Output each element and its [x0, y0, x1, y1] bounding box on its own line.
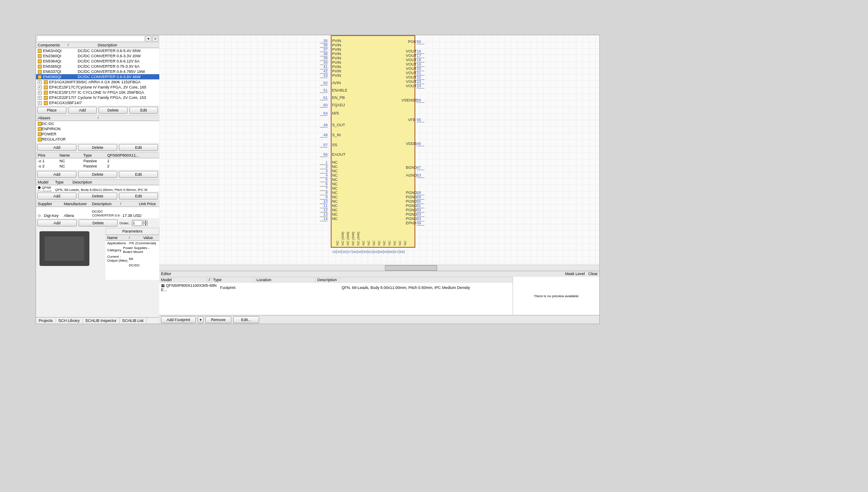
alias-add-button[interactable]: Add	[37, 144, 76, 151]
qty-down[interactable]: ▾	[143, 223, 148, 226]
model-delete-button[interactable]: Delete	[78, 193, 117, 200]
dropdown-toggle[interactable]: ▾	[145, 36, 151, 42]
model-add-button[interactable]: Add	[37, 193, 76, 200]
preview-pane: There is no preview available	[513, 277, 599, 315]
pin-number: 57	[320, 143, 328, 148]
pin-name: VOUT	[406, 62, 417, 66]
component-row[interactable]: +EP4CE15F17I7IC CYCLONE IV FPGA 15K 256F…	[36, 90, 159, 95]
mask-level-button[interactable]: Mask Level	[565, 272, 585, 276]
pin-number: 26	[342, 250, 347, 254]
edit-button[interactable]: Edit...	[233, 316, 259, 323]
h-scrollbar[interactable]	[159, 265, 599, 271]
tab-schlib-inspector[interactable]: SCHLIB Inspector	[83, 318, 120, 324]
model-list[interactable]: ⬣ QFN5 FootprintQFN, 68-Leads, Body 8.00…	[36, 185, 159, 191]
pin-number: 56	[320, 152, 328, 157]
app-window: ▾ ≡ Components / Description EN63A0QIDC/…	[36, 35, 600, 324]
aliases-list[interactable]: DC-DC ENPIRION POWER REGULATOR	[36, 121, 159, 143]
pin-name: AVIN	[332, 81, 341, 85]
param-row[interactable]: CategoryPower Supplies - Board Mount	[105, 246, 159, 254]
pin-name: NC	[332, 208, 338, 212]
supplier-delete-button[interactable]: Delete	[79, 220, 118, 226]
qty-up[interactable]: ▴	[143, 220, 148, 223]
pin-number: 27	[348, 250, 352, 254]
pin-number: 68	[400, 250, 404, 254]
pin-number: 46	[417, 141, 424, 146]
supplier-list[interactable]: ◇ Digi-Key Altera DC/DC CONVERTER 0.6-5.…	[36, 207, 159, 218]
component-row[interactable]: +EP2AGX260FF35I5IC ARRIA II GX 260K 1152…	[36, 79, 159, 85]
component-row[interactable]: +EP4CE22F17I7Cyclone IV Family FPGA, 2V …	[36, 95, 159, 100]
model-edit-button[interactable]: Edit	[119, 193, 158, 200]
pin-number: 59	[363, 250, 368, 254]
pin-number: 15	[332, 250, 337, 254]
pin-name: VOUT	[406, 53, 417, 58]
pin-name: PGND	[406, 190, 417, 195]
pin-name: NC	[332, 186, 338, 190]
add-footprint-dropdown[interactable]: ▾	[197, 316, 204, 323]
clear-button[interactable]: Clear	[588, 272, 598, 276]
alias-delete-button[interactable]: Delete	[78, 144, 117, 151]
param-row[interactable]: DC/DC	[105, 263, 159, 268]
pin-name: FQADJ	[332, 103, 345, 107]
pin-number: 65	[384, 250, 389, 254]
pin-name: NC	[332, 190, 338, 195]
component-row[interactable]: EN5365QIDC/DC CONVERTER 0.75-3.3V 6A	[36, 64, 159, 69]
pin-number: 44	[353, 250, 358, 254]
pin-name: PVIN	[332, 60, 341, 65]
pin-name: AGND	[406, 173, 417, 177]
pins-list[interactable]: -o 1NCPassive1-o 2NCPassive2	[36, 158, 159, 170]
tab-schlib-list[interactable]: SCHLIB List	[120, 318, 147, 324]
pin-name: PGND	[406, 199, 417, 203]
pin-name: EPAD	[406, 221, 416, 225]
pin-name: PGND	[406, 208, 417, 212]
order-label: Order...	[119, 221, 131, 225]
param-row[interactable]: ApplicationsITE (Commercial)	[105, 241, 159, 246]
pins-add-button[interactable]: Add	[37, 171, 76, 178]
parameters-list[interactable]: ApplicationsITE (Commercial)CategoryPowe…	[105, 241, 159, 280]
add-footprint-button[interactable]: Add Footprint	[161, 316, 196, 323]
component-row[interactable]: EN6337QIDC/DC CONVERTER 0.6-4.785V 19W	[36, 69, 159, 74]
comp-delete-button[interactable]: Delete	[99, 107, 128, 114]
pin-row[interactable]: -o 2NCPassive2	[36, 164, 159, 169]
pin-name: NC	[332, 199, 338, 203]
order-qty-input[interactable]	[132, 220, 142, 226]
pin-row[interactable]: -o 1NCPassive1	[36, 158, 159, 164]
tab-sch-library[interactable]: SCH Library	[56, 318, 83, 324]
alias-row[interactable]: POWER	[36, 131, 159, 137]
alias-edit-button[interactable]: Edit	[119, 144, 158, 151]
pin-name: PVIN	[332, 43, 341, 47]
alias-row[interactable]: REGULATOR	[36, 137, 159, 142]
component-row[interactable]: EN2360QIDC/DC CONVERTER 0.6-3.3V 20W	[36, 53, 159, 59]
supplier-add-button[interactable]: Add	[37, 220, 77, 226]
pin-name: S_IN	[332, 133, 341, 137]
component-row[interactable]: +EP4CGX15BF14I7	[36, 100, 159, 105]
component-row[interactable]: +EP4CE15F17C7Cyclone IV Family FPGA, 2V …	[36, 85, 159, 90]
tab-projects[interactable]: Projects	[36, 318, 56, 324]
pin-name: NC	[332, 216, 338, 221]
alias-row[interactable]: ENPIRION	[36, 126, 159, 131]
pin-name: NC (SW)	[351, 232, 355, 246]
pin-name: PGND	[406, 203, 417, 208]
pin-number: 43	[320, 73, 328, 78]
components-list[interactable]: EN63A0QIDC/DC CONVERTER 0.6-5.4V 65WEN23…	[36, 48, 159, 105]
comp-add-button[interactable]: Add	[68, 107, 97, 114]
remove-button[interactable]: Remove	[205, 316, 231, 323]
alias-row[interactable]: DC-DC	[36, 121, 159, 126]
component-row[interactable]: EN63A0QIDC/DC CONVERTER 0.6-5.4V 65W	[36, 48, 159, 53]
pin-name: NC	[332, 160, 338, 164]
filter-input[interactable]	[37, 36, 145, 42]
pins-delete-button[interactable]: Delete	[78, 171, 117, 178]
schematic-canvas[interactable]: U? EN6360QI 35PVIN36PVIN37PVIN38PVIN39PV…	[159, 35, 599, 265]
pin-number: 24	[417, 84, 424, 89]
menu-button[interactable]: ≡	[152, 36, 158, 42]
pin-name: NC (SW)	[346, 232, 350, 246]
pin-name: VOUT	[406, 71, 417, 75]
pin-number: 60	[320, 103, 328, 108]
comp-place-button[interactable]: Place	[37, 107, 66, 114]
param-row[interactable]: Current - Output (Max)8A	[105, 254, 159, 263]
component-row[interactable]: EN5364QIDC/DC CONVERTER 0.6-6.12V 6A	[36, 59, 159, 64]
comp-edit-button[interactable]: Edit	[129, 107, 158, 114]
pins-edit-button[interactable]: Edit	[119, 171, 158, 178]
left-panel: ▾ ≡ Components / Description EN63A0QIDC/…	[36, 35, 159, 324]
editor-list[interactable]: ▦ QFN50P800X1100X305-68N E... Footprint …	[159, 283, 513, 315]
component-row[interactable]: EN6360QIDC/DC CONVERTER 0.6-5.8V 46W	[36, 74, 159, 79]
